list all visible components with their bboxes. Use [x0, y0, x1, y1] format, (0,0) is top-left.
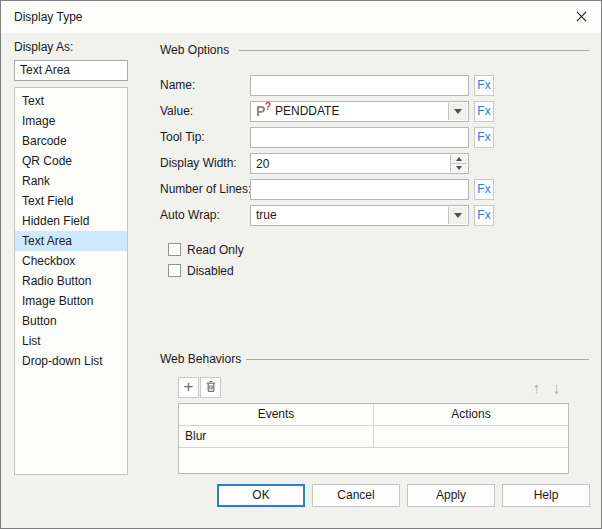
display-as-option-image-button[interactable]: Image Button [15, 291, 127, 311]
events-column-header: Events [179, 404, 374, 425]
value-selected-text: PENDDATE [275, 102, 339, 121]
auto-wrap-formula-button[interactable]: Fx [474, 205, 494, 226]
close-icon [576, 10, 587, 25]
number-of-lines-input[interactable] [251, 180, 468, 199]
fx-icon: Fx [477, 78, 490, 92]
actions-column-header: Actions [374, 404, 568, 425]
display-as-option-button[interactable]: Button [15, 311, 127, 331]
display-as-option-barcode[interactable]: Barcode [15, 131, 127, 151]
behaviors-table: Events Actions Blur [178, 403, 569, 474]
apply-button[interactable]: Apply [407, 484, 495, 507]
arrow-up-icon: ↑ [533, 379, 541, 396]
read-only-label: Read Only [187, 243, 244, 257]
move-down-button[interactable]: ↓ [547, 378, 566, 398]
display-as-listbox: Text Image Barcode QR Code Rank Text Fie… [14, 87, 128, 475]
tooltip-input[interactable] [251, 128, 468, 147]
fx-icon: Fx [477, 182, 490, 196]
value-dropdown-button[interactable] [448, 103, 467, 120]
chevron-down-icon [454, 109, 462, 114]
spin-down-icon [456, 166, 462, 170]
spin-down-button[interactable] [451, 163, 467, 172]
name-formula-button[interactable]: Fx [474, 75, 494, 96]
display-as-option-rank[interactable]: Rank [15, 171, 127, 191]
web-behaviors-group-title: Web Behaviors [160, 352, 241, 366]
display-as-option-list[interactable]: List [15, 331, 127, 351]
value-label: Value: [160, 104, 193, 118]
display-as-option-qr-code[interactable]: QR Code [15, 151, 127, 171]
chevron-down-icon [454, 213, 462, 218]
name-field-box [250, 75, 469, 96]
spin-up-button[interactable] [451, 155, 467, 163]
help-button[interactable]: Help [502, 484, 590, 507]
display-width-label: Display Width: [160, 156, 237, 170]
display-width-input[interactable] [251, 154, 468, 173]
cancel-button[interactable]: Cancel [312, 484, 400, 507]
add-behavior-button[interactable]: + [178, 377, 199, 398]
move-up-button[interactable]: ↑ [527, 378, 546, 398]
display-type-dialog: Display Type Display As: Text Area Text … [0, 0, 602, 529]
fx-icon: Fx [477, 130, 490, 144]
spin-up-icon [456, 157, 462, 161]
number-of-lines-field-box [250, 179, 469, 200]
delete-behavior-button[interactable] [200, 377, 221, 398]
value-combobox[interactable]: P ? PENDDATE [250, 101, 469, 122]
number-of-lines-formula-button[interactable]: Fx [474, 179, 494, 200]
display-width-field-box [250, 153, 469, 174]
display-as-option-checkbox[interactable]: Checkbox [15, 251, 127, 271]
tooltip-formula-button[interactable]: Fx [474, 127, 494, 148]
behaviors-header-row: Events Actions [179, 404, 568, 426]
titlebar: Display Type [1, 1, 601, 33]
value-formula-button[interactable]: Fx [474, 101, 494, 122]
disabled-label: Disabled [187, 264, 234, 278]
fx-icon: Fx [477, 104, 490, 118]
behaviors-table-empty-area [179, 448, 568, 473]
trash-icon [204, 379, 218, 396]
display-as-option-radio-button[interactable]: Radio Button [15, 271, 127, 291]
auto-wrap-label: Auto Wrap: [160, 208, 220, 222]
read-only-checkbox[interactable] [168, 243, 181, 256]
footer-button-bar: OK Cancel Apply Help [217, 484, 590, 507]
name-label: Name: [160, 78, 195, 92]
display-as-option-text-area[interactable]: Text Area [15, 231, 127, 251]
tooltip-field-box [250, 127, 469, 148]
fx-icon: Fx [477, 208, 490, 222]
auto-wrap-selected-text: true [256, 206, 277, 225]
parameter-icon: P ? [255, 102, 273, 121]
display-as-option-text[interactable]: Text [15, 91, 127, 111]
web-behaviors-group-line [246, 359, 589, 360]
number-of-lines-label: Number of Lines: [160, 182, 251, 196]
web-options-group-title: Web Options [160, 43, 229, 57]
tooltip-label: Tool Tip: [160, 130, 205, 144]
display-as-option-drop-down-list[interactable]: Drop-down List [15, 351, 127, 371]
web-options-group-line [239, 50, 589, 51]
behavior-event-cell: Blur [179, 426, 374, 447]
auto-wrap-dropdown-button[interactable] [448, 207, 467, 224]
display-as-option-text-field[interactable]: Text Field [15, 191, 127, 211]
plus-icon: + [184, 378, 194, 395]
name-input[interactable] [251, 76, 468, 95]
arrow-down-icon: ↓ [553, 379, 561, 396]
display-as-option-hidden-field[interactable]: Hidden Field [15, 211, 127, 231]
ok-button[interactable]: OK [217, 484, 305, 507]
display-as-option-image[interactable]: Image [15, 111, 127, 131]
display-as-selected-field[interactable]: Text Area [14, 60, 128, 81]
auto-wrap-combobox[interactable]: true [250, 205, 469, 226]
behavior-row[interactable]: Blur [179, 426, 568, 448]
disabled-checkbox[interactable] [168, 264, 181, 277]
display-as-label: Display As: [14, 40, 73, 54]
close-button[interactable] [569, 6, 593, 28]
dialog-title: Display Type [14, 1, 82, 33]
display-width-spinner [450, 155, 467, 172]
behavior-action-cell [374, 426, 568, 447]
